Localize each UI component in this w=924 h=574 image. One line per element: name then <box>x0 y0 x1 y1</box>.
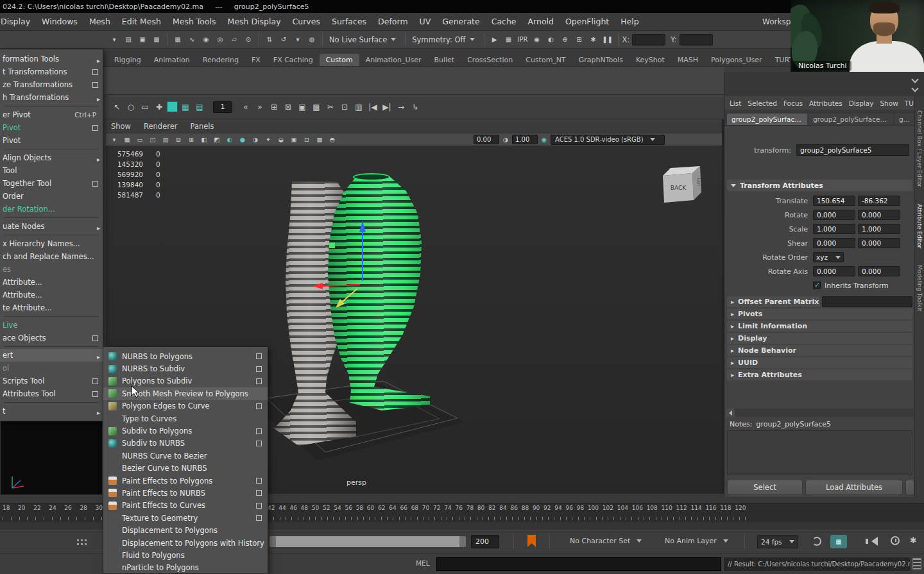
snap-grid-toggle-icon[interactable]: ▦ <box>179 101 192 114</box>
option-box[interactable] <box>256 490 262 496</box>
move-tool-icon[interactable]: ✚ <box>153 101 166 114</box>
shelf-tab[interactable]: Animation <box>148 54 196 66</box>
delete-key-icon[interactable]: ⊠ <box>282 101 295 114</box>
menu-item[interactable]: Help <box>615 13 645 31</box>
menu-item[interactable]: Edit Mesh <box>116 13 167 31</box>
menu-item[interactable]: er Pivot Ctrl+P <box>0 108 103 121</box>
menu-item[interactable]: Bezier Curve to NURBS <box>103 462 268 475</box>
horizontal-scrollbar[interactable] <box>726 409 914 417</box>
menu-item[interactable]: uate Nodes <box>0 220 103 233</box>
option-box[interactable] <box>92 335 98 341</box>
display-layer-icon[interactable]: ◐ <box>545 33 558 46</box>
mini-viewport-panel[interactable] <box>0 420 103 495</box>
attribute-field[interactable]: 0.000 <box>858 266 900 276</box>
film-gate-icon[interactable]: ▭ <box>134 134 146 146</box>
select-tool-icon[interactable]: ↖ <box>110 101 123 114</box>
move-manipulator-y-axis[interactable] <box>359 221 366 232</box>
motion-blur-icon[interactable]: ✦ <box>262 134 274 146</box>
copy-tab-button[interactable] <box>905 480 914 495</box>
inherits-transform-checkbox[interactable] <box>813 282 821 289</box>
grid-toggle-icon[interactable]: ▩ <box>310 101 323 114</box>
snap-to-view-planes-icon[interactable]: ▱ <box>228 33 241 46</box>
menu-item[interactable]: Mesh <box>83 13 116 31</box>
shelf-tab[interactable]: KeyShot <box>629 54 671 66</box>
snap-to-curves-icon[interactable]: ∿ <box>185 33 198 46</box>
section-header[interactable]: Node Behavior <box>727 345 912 356</box>
option-box[interactable] <box>256 515 262 521</box>
panel-menu-item[interactable]: Show <box>111 122 131 131</box>
sidebar-tab[interactable]: Channel Box / Layer Editor <box>916 110 923 187</box>
shading-mode-icon[interactable]: ◩ <box>211 134 223 146</box>
go-to-start-icon[interactable]: |◀ <box>366 101 379 114</box>
paste-icon[interactable]: ▥ <box>352 101 365 114</box>
shelf-tab[interactable]: GraphNTools <box>572 54 629 66</box>
move-manipulator-x-axis[interactable] <box>312 283 323 289</box>
menu-item[interactable]: te Attribute... <box>0 301 103 314</box>
playback-range-slider[interactable] <box>270 536 466 547</box>
animation-clock-icon[interactable] <box>891 536 900 545</box>
grid-display-icon[interactable]: ▦ <box>121 134 133 146</box>
load-attributes-button[interactable]: Load Attributes <box>805 480 903 495</box>
ambient-occlusion-icon[interactable]: ◑ <box>250 134 261 146</box>
menu-item[interactable]: Fluid to Polygons <box>103 549 268 561</box>
light-editor-icon[interactable]: ⊕ <box>559 33 572 46</box>
character-set-dropdown[interactable]: No Character Set <box>570 537 647 545</box>
paint-effects-icon[interactable]: ✱ <box>587 33 600 46</box>
shelf-tab[interactable]: Custom_NT <box>519 54 572 66</box>
color-swatch[interactable] <box>167 101 178 112</box>
menu-item[interactable]: OpenFlight <box>560 13 615 31</box>
command-language-label[interactable]: MEL <box>416 559 430 567</box>
wireframe-on-shaded-icon[interactable]: ▩ <box>314 134 325 146</box>
snap-keys-toggle[interactable]: ▦ <box>830 535 847 548</box>
menu-item[interactable]: Paint Effects to Curves <box>103 500 268 512</box>
menu-item[interactable]: x Hierarchy Names... <box>0 237 103 250</box>
xray-icon[interactable]: ⊡ <box>301 134 312 146</box>
menu-item[interactable]: Mesh Tools <box>167 13 222 31</box>
menu-item[interactable]: es <box>0 263 103 276</box>
menu-item[interactable]: Scripts Tool <box>0 375 103 387</box>
shelf-tab[interactable]: Bullet <box>427 54 461 66</box>
node-tab[interactable]: group2_polySurface5Shape <box>809 114 893 125</box>
sidebar-tab[interactable]: Attribute Editor <box>916 204 923 248</box>
notes-textarea[interactable] <box>727 430 912 475</box>
shelf-tab[interactable]: CrossSection <box>461 54 519 66</box>
option-box[interactable] <box>256 378 262 384</box>
chevron-down-icon[interactable] <box>911 76 918 83</box>
symmetry-dropdown[interactable]: Symmetry: Off <box>409 34 468 46</box>
menu-item[interactable]: Displacement to Polygons <box>103 524 268 536</box>
cut-icon[interactable]: ✂ <box>324 101 337 114</box>
panel-camera-dropdown-icon[interactable]: ▾ <box>108 134 120 146</box>
option-box[interactable] <box>256 478 262 484</box>
lasso-tool-icon[interactable]: ○ <box>124 101 137 114</box>
hypershade-icon[interactable]: ⊞ <box>573 33 586 46</box>
menu-item[interactable]: ace Objects <box>0 332 103 344</box>
shelf-tab[interactable]: Polygons_User <box>705 54 769 66</box>
live-surface-dropdown[interactable]: No Live Surface <box>327 34 389 46</box>
render-settings-icon[interactable]: ◉ <box>531 33 543 46</box>
attribute-editor-menu[interactable]: Display <box>849 99 874 107</box>
isolate-select-icon[interactable]: ▣ <box>288 134 300 146</box>
script-editor-icon[interactable] <box>912 558 921 570</box>
contrast-icon[interactable]: ◑ <box>500 134 511 146</box>
shelf-tab[interactable]: FX Caching <box>267 54 320 66</box>
menu-item[interactable]: h Transformations <box>0 91 103 104</box>
attribute-editor-menu[interactable]: List <box>730 99 741 107</box>
transform-attributes-section-header[interactable]: Transform Attributes <box>727 180 912 191</box>
select-button[interactable]: Select <box>727 480 803 495</box>
menu-item[interactable]: Polygon Edges to Curve <box>103 400 268 412</box>
shelf-tab[interactable]: MASH <box>671 54 705 66</box>
shelf-tab[interactable]: FX <box>245 54 267 66</box>
time-ruler[interactable]: 4244464850525456586062646668707274767880… <box>268 503 746 523</box>
attribute-editor-menu[interactable]: Show <box>880 99 898 107</box>
menu-item[interactable]: UV <box>414 13 437 31</box>
menu-item[interactable]: Live <box>0 319 103 332</box>
texture-display-icon[interactable]: ◓ <box>327 134 338 146</box>
make-live-icon[interactable]: ◍ <box>305 33 318 46</box>
attribute-field[interactable]: 0.000 <box>813 210 855 220</box>
menu-item[interactable]: Order <box>0 190 103 203</box>
menu-item[interactable]: Tool <box>0 164 103 177</box>
matrix-field[interactable] <box>822 296 912 307</box>
go-to-end-icon[interactable]: ▶| <box>381 101 393 114</box>
menu-item[interactable]: Attributes Tool <box>0 387 103 400</box>
anim-layer-dropdown[interactable]: No Anim Layer <box>665 537 733 545</box>
